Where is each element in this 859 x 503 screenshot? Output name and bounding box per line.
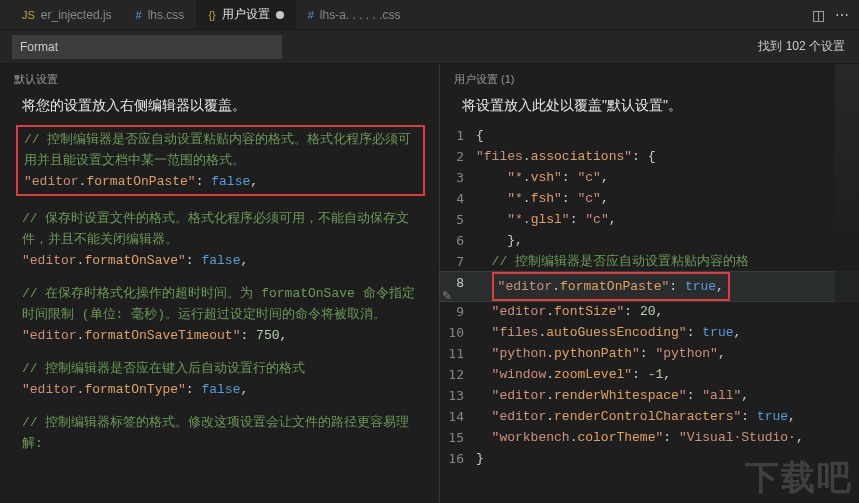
line-number: 2: [440, 146, 476, 167]
setting-block: // 控制编辑器是否应自动设置粘贴内容的格式。格式化程序必须可用并且能设置文档中…: [16, 125, 425, 196]
code-line[interactable]: 8 "editor.formatOnPaste": true,: [440, 272, 859, 301]
user-settings-hint: 将设置放入此处以覆盖"默认设置"。: [440, 93, 859, 125]
line-number: 16: [440, 448, 476, 469]
tab[interactable]: JSer_injected.js: [10, 0, 124, 29]
default-settings-hint: 将您的设置放入右侧编辑器以覆盖。: [0, 93, 439, 125]
file-icon: #: [136, 9, 142, 21]
tab-label: lhs.css: [148, 8, 185, 22]
user-settings-pane: 用户设置 (1) 将设置放入此处以覆盖"默认设置"。 ✎ 1{2"files.a…: [440, 64, 859, 503]
minimap[interactable]: [835, 64, 859, 503]
setting-block: // 在保存时格式化操作的超时时间。为 formatOnSave 命令指定时间限…: [0, 283, 439, 346]
default-settings-code[interactable]: // 控制编辑器是否应自动设置粘贴内容的格式。格式化程序必须可用并且能设置文档中…: [0, 125, 439, 466]
default-settings-pane: 默认设置 将您的设置放入右侧编辑器以覆盖。 // 控制编辑器是否应自动设置粘贴内…: [0, 64, 440, 503]
line-number: 9: [440, 301, 476, 322]
code-line[interactable]: 2"files.associations": {: [440, 146, 859, 167]
search-result-count: 找到 102 个设置: [758, 38, 845, 55]
code-line[interactable]: 12 "window.zoomLevel": -1,: [440, 364, 859, 385]
line-number: 14: [440, 406, 476, 427]
line-number: 13: [440, 385, 476, 406]
edit-pencil-icon[interactable]: ✎: [442, 289, 452, 303]
code-line[interactable]: 10 "files.autoGuessEncoding": true,: [440, 322, 859, 343]
setting-block: // 控制编辑器是否应在键入后自动设置行的格式"editor.formatOnT…: [0, 358, 439, 400]
file-icon: JS: [22, 9, 35, 21]
code-line[interactable]: 11 "python.pythonPath": "python",: [440, 343, 859, 364]
line-number: 6: [440, 230, 476, 251]
settings-panes: 默认设置 将您的设置放入右侧编辑器以覆盖。 // 控制编辑器是否应自动设置粘贴内…: [0, 64, 859, 503]
line-number: 11: [440, 343, 476, 364]
code-line[interactable]: 1{: [440, 125, 859, 146]
line-number: 4: [440, 188, 476, 209]
more-actions-icon[interactable]: ⋯: [835, 7, 849, 23]
file-icon: #: [308, 9, 314, 21]
file-icon: {}: [208, 9, 215, 21]
default-settings-header: 默认设置: [0, 70, 439, 93]
tab-bar: JSer_injected.js#lhs.css{}用户设置#lhs-a. . …: [0, 0, 859, 30]
tab[interactable]: #lhs-a. . . . . .css: [296, 0, 413, 29]
dirty-indicator-icon: [276, 11, 284, 19]
line-number: 1: [440, 125, 476, 146]
watermark: 下载吧: [745, 455, 853, 501]
code-line[interactable]: 6 },: [440, 230, 859, 251]
settings-search-input[interactable]: [12, 35, 282, 59]
line-number: 10: [440, 322, 476, 343]
code-line[interactable]: 14 "editor.renderControlCharacters": tru…: [440, 406, 859, 427]
code-line[interactable]: 15 "workbench.colorTheme": "Visual·Studi…: [440, 427, 859, 448]
code-line[interactable]: 7 // 控制编辑器是否应自动设置粘贴内容的格: [440, 251, 859, 272]
tab-label: lhs-a. . . . . .css: [320, 8, 401, 22]
setting-block: // 控制编辑器标签的格式。修改这项设置会让文件的路径更容易理解:: [0, 412, 439, 454]
setting-block: // 保存时设置文件的格式。格式化程序必须可用，不能自动保存文件，并且不能关闭编…: [0, 208, 439, 271]
code-line[interactable]: 9 "editor.fontSize": 20,: [440, 301, 859, 322]
settings-search-bar: 找到 102 个设置: [0, 30, 859, 64]
tab-label: 用户设置: [222, 6, 270, 23]
line-number: 12: [440, 364, 476, 385]
line-number: 7: [440, 251, 476, 272]
line-number: 3: [440, 167, 476, 188]
code-line[interactable]: 13 "editor.renderWhitespace": "all",: [440, 385, 859, 406]
code-line[interactable]: 5 "*.glsl": "c",: [440, 209, 859, 230]
code-line[interactable]: 4 "*.fsh": "c",: [440, 188, 859, 209]
tab-label: er_injected.js: [41, 8, 112, 22]
tab[interactable]: #lhs.css: [124, 0, 197, 29]
tab[interactable]: {}用户设置: [196, 0, 295, 29]
code-line[interactable]: 3 "*.vsh": "c",: [440, 167, 859, 188]
user-settings-header: 用户设置 (1): [440, 70, 859, 93]
line-number: 5: [440, 209, 476, 230]
line-number: 15: [440, 427, 476, 448]
user-settings-code[interactable]: 1{2"files.associations": {3 "*.vsh": "c"…: [440, 125, 859, 469]
split-editor-icon[interactable]: ◫: [812, 7, 825, 23]
